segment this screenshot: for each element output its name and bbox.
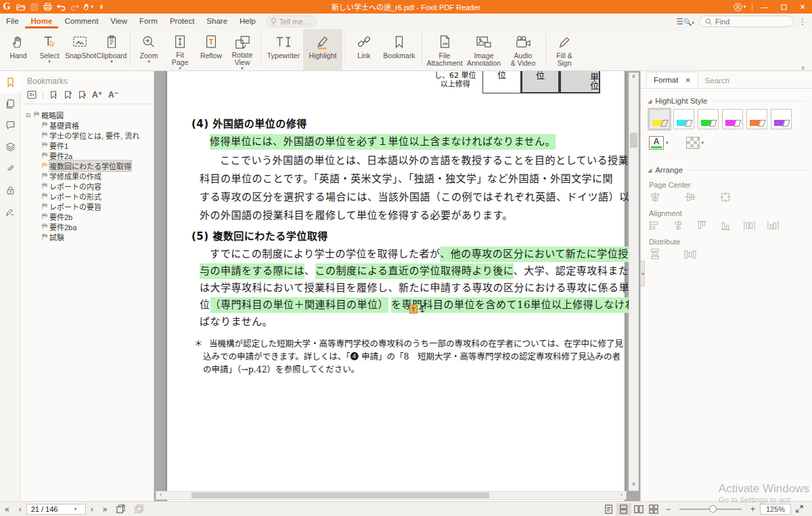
bookmark-button[interactable]: Bookmark: [380, 29, 419, 70]
paragraph-line[interactable]: すでにこの制度により学士の学位を取得した者が、他の専攻の区分において新たに学位授: [210, 246, 629, 260]
reflow-button[interactable]: Reflow: [196, 29, 227, 70]
collapse-ribbon-icon[interactable]: ∧: [800, 64, 805, 71]
horizontal-scroll-thumb[interactable]: [191, 492, 489, 498]
security-panel-icon[interactable]: [0, 179, 20, 201]
horizontal-scrollbar[interactable]: ‹ ›: [156, 491, 627, 500]
bookmark-item[interactable]: ⛿レポートの要旨: [24, 201, 154, 211]
undo-icon[interactable]: [54, 0, 68, 14]
paragraph-line[interactable]: は大学専攻科において授業科目を履修し、新たに申請する専攻の区分における専攻に係る…: [200, 280, 629, 294]
section-4-heading[interactable]: (4) 外国語の単位の修得: [191, 116, 307, 130]
pdf-page[interactable]: し、62 単位 以上修得 位 位 単位 (4) 外国語の単位の修得 修得単位には…: [167, 71, 625, 501]
paragraph-line[interactable]: ばなりません。: [200, 314, 273, 328]
bookmark-item-selected[interactable]: ⛿複数回にわたる学位取得: [24, 160, 154, 171]
signature-panel-icon[interactable]: [0, 201, 20, 223]
print-icon[interactable]: [41, 0, 54, 14]
next-page-icon[interactable]: ›: [86, 504, 98, 514]
typewriter-button[interactable]: Typewriter: [264, 29, 303, 70]
hand-button[interactable]: Hand: [3, 29, 34, 70]
find-input[interactable]: [715, 18, 783, 26]
bookmark-item[interactable]: ⛿要件2a: [24, 150, 154, 160]
footnote-line[interactable]: の申請」（→p.42）を参照してください。: [203, 362, 359, 375]
customize-quick-access-icon[interactable]: ⇟: [95, 0, 108, 14]
clipboard-button[interactable]: Clipboard ▾: [96, 29, 127, 70]
align-bottom-icon[interactable]: [720, 220, 744, 231]
page-number-field[interactable]: ▾: [26, 504, 86, 515]
tab-search[interactable]: Search: [698, 73, 736, 88]
menu-tab-view[interactable]: View: [104, 14, 133, 28]
table-cell[interactable]: 単位: [560, 71, 600, 93]
bookmarks-menu-icon[interactable]: [27, 91, 37, 99]
continuous-view-icon[interactable]: [616, 503, 631, 515]
zoom-button[interactable]: Zoom ▾: [133, 29, 164, 70]
first-page-icon[interactable]: «: [0, 504, 14, 514]
bookmark-item[interactable]: ⛿基礎資格: [24, 120, 154, 130]
center-horizontally-icon[interactable]: [649, 192, 684, 202]
paragraph-line[interactable]: する専攻の区分を選択する場合には、当該外国語（この例ではそれぞれ英語、ドイツ語）…: [200, 189, 630, 203]
add-bookmark-icon[interactable]: [64, 91, 72, 100]
fit-page-button[interactable]: Fit Page ▾: [164, 29, 196, 70]
zoom-slider[interactable]: [679, 509, 742, 510]
bookmark-item[interactable]: ⛿試験: [24, 232, 154, 242]
bookmark-item[interactable]: ⛿要件2b: [24, 211, 154, 221]
scroll-right-icon[interactable]: ›: [617, 492, 626, 499]
paragraph-line[interactable]: 与の申請をする際には、この制度による直近の学位取得時より後に、大学、認定専攻科ま…: [200, 263, 629, 277]
audio-video-button[interactable]: Audio & Video: [503, 29, 543, 70]
find-box[interactable]: [699, 16, 794, 27]
close-button[interactable]: ✕: [793, 0, 812, 14]
distribute-vertically-icon[interactable]: [649, 249, 684, 259]
align-top-icon[interactable]: [696, 220, 720, 231]
new-tab-icon[interactable]: [112, 504, 130, 513]
center-vertically-icon[interactable]: [684, 192, 719, 202]
highlight-color-yellow[interactable]: [649, 109, 670, 129]
panel-collapse-handle[interactable]: ◂: [640, 261, 645, 286]
zoom-in-icon[interactable]: +: [746, 504, 760, 514]
highlight-style-header[interactable]: ◢HighLight Style: [648, 97, 812, 105]
table-caption[interactable]: し、62 単位 以上修得: [434, 71, 476, 89]
footnote-line[interactable]: 込みでの申請ができます。詳しくは、「❹ 申請」の「8 短期大学・高等専門学校の認…: [203, 349, 621, 362]
collapse-expander-icon[interactable]: ⊟: [24, 112, 32, 119]
opacity-button[interactable]: ▾: [686, 137, 704, 149]
footnote-marker[interactable]: ＊: [194, 337, 203, 349]
minimize-button[interactable]: —: [755, 0, 774, 14]
facing-continuous-view-icon[interactable]: [646, 503, 661, 515]
file-attachment-button[interactable]: File Attachment: [425, 29, 464, 70]
facing-view-icon[interactable]: [631, 503, 646, 515]
last-page-icon[interactable]: »: [98, 504, 112, 514]
bookmark-item[interactable]: ⛿レポートの内容: [24, 181, 154, 191]
rotate-view-button[interactable]: Rotate View ▾: [227, 29, 258, 70]
menu-tab-home[interactable]: Home: [25, 14, 59, 28]
align-left-icon[interactable]: [649, 220, 673, 231]
menu-tab-form[interactable]: Form: [133, 14, 164, 28]
distribute-horizontally-icon[interactable]: [684, 249, 719, 259]
footnote-line[interactable]: 当機構が認定した短期大学・高等専門学校の専攻科のうち一部の専攻科の在学者について…: [209, 337, 623, 349]
bookmark-item[interactable]: ⛿要件2ba: [24, 221, 154, 232]
attachments-panel-icon[interactable]: [0, 158, 20, 179]
align-middle-vertical-icon[interactable]: [767, 220, 791, 231]
bookmarks-panel-icon[interactable]: [0, 71, 20, 93]
page-number-input[interactable]: [27, 505, 74, 513]
open-file-icon[interactable]: [14, 0, 27, 14]
menu-tab-protect[interactable]: Protect: [164, 14, 200, 28]
document-view[interactable]: し、62 単位 以上修得 位 位 単位 (4) 外国語の単位の修得 修得単位には…: [154, 71, 640, 501]
highlight-color-magenta[interactable]: [722, 109, 743, 129]
more-options-icon[interactable]: ⋮: [798, 17, 807, 26]
fill-sign-button[interactable]: Fill & Sign: [549, 29, 580, 70]
single-page-view-icon[interactable]: [602, 503, 616, 515]
align-center-icon[interactable]: [673, 220, 696, 231]
bookmark-item[interactable]: ⛿レポートの形式: [24, 191, 154, 201]
section-5-heading[interactable]: (5) 複数回にわたる学位取得: [191, 228, 328, 242]
font-decrease-icon[interactable]: A⁻: [108, 90, 118, 100]
snapshot-button[interactable]: SnapShot: [65, 29, 96, 70]
arrange-header[interactable]: ◢Arrange: [648, 166, 812, 174]
bookmark-root[interactable]: ⊟ ⛿ 概略図: [24, 110, 154, 120]
expand-bookmark-icon[interactable]: [49, 91, 58, 100]
table-cell[interactable]: 位: [521, 71, 560, 93]
paragraph-line[interactable]: ここでいう外国語の単位とは、日本語以外の言語を教授することを目的としている授業: [220, 152, 629, 167]
align-middle-horizontal-icon[interactable]: [744, 220, 767, 231]
fullscreen-icon[interactable]: [791, 505, 808, 513]
delete-bookmark-icon[interactable]: [78, 91, 86, 100]
close-icon[interactable]: ✕: [685, 77, 690, 84]
maximize-button[interactable]: [774, 0, 793, 14]
font-increase-icon[interactable]: A⁺: [92, 90, 102, 100]
highlight-color-green[interactable]: [698, 109, 719, 129]
